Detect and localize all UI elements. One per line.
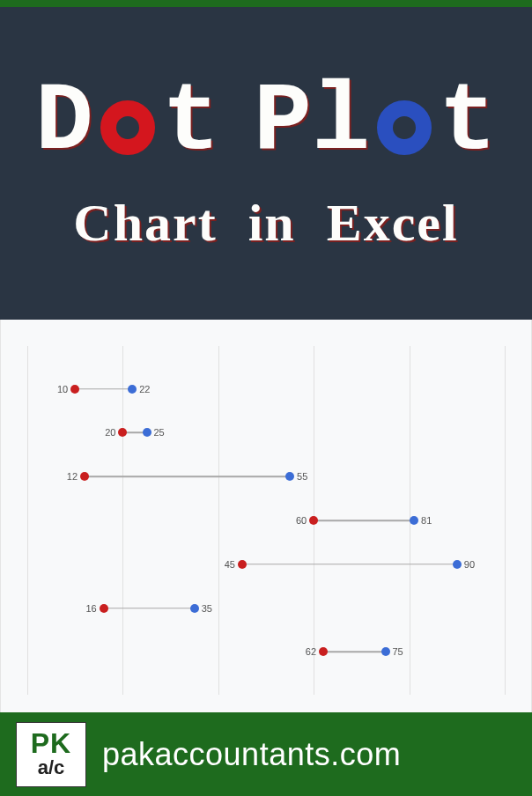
title-subtitle: Chart in Excel [73,193,458,254]
connector-line [104,608,195,609]
value-label-start: 60 [296,515,314,526]
gridline [505,346,506,695]
value-label-start: 12 [67,471,85,482]
value-label-start: 20 [105,427,122,438]
footer: PK a/c pakaccountants.com [0,712,532,796]
value-label-start: 62 [306,646,323,657]
title-main: D t Pl t [35,74,497,171]
logo-top: PK [31,729,71,757]
chart-row: 1022 [27,380,505,398]
connector-line [242,564,457,565]
title-letter: t [439,74,497,171]
title-letter: D [35,74,93,171]
ring-blue-icon [377,100,432,155]
connector-line [75,388,132,390]
value-label-start: 45 [225,559,242,570]
ring-red-icon [100,100,155,155]
chart: 1022202512556081459016356275 [0,320,532,712]
chart-row: 6275 [27,643,505,660]
value-label-end: 55 [290,471,307,482]
chart-row: 2025 [27,424,505,441]
connector-line [323,652,385,653]
value-label-end: 81 [414,515,432,526]
value-label-end: 25 [147,427,165,438]
value-label-end: 75 [386,646,403,657]
top-strip [0,0,532,7]
connector-line [85,475,290,477]
chart-row: 4590 [27,556,505,573]
value-label-end: 35 [195,603,212,614]
logo-bottom: a/c [38,757,65,778]
value-label-start: 16 [85,603,103,614]
value-label-end: 90 [457,559,475,570]
chart-row: 6081 [27,512,505,529]
title-letter: t [162,74,220,171]
footer-site: pakaccountants.com [102,736,401,773]
chart-row: 1635 [27,600,505,617]
title-letter: Pl [254,74,370,171]
header: D t Pl t Chart in Excel [0,7,532,320]
value-label-end: 22 [132,384,150,394]
chart-row: 1255 [27,468,505,485]
connector-line [314,520,414,521]
value-label-start: 10 [57,384,75,394]
logo: PK a/c [16,722,86,787]
